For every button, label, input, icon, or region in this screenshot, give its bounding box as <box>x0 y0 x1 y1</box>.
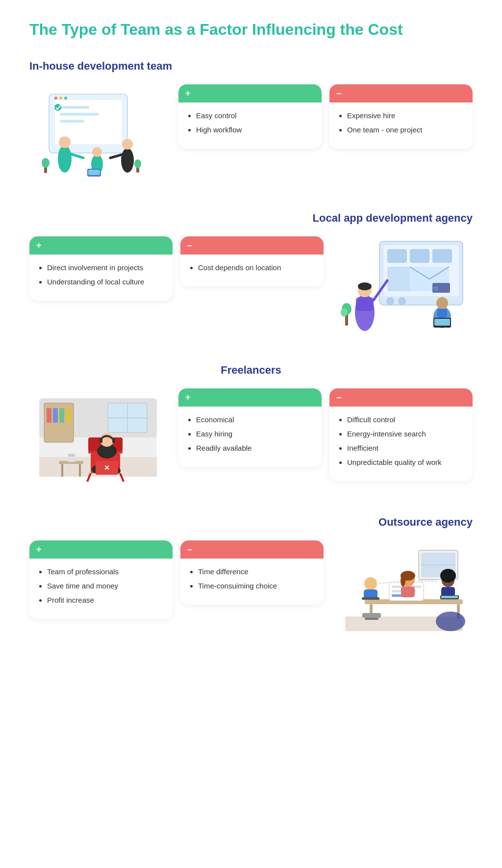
svg-rect-92 <box>362 597 379 600</box>
freelancer-pros-header: + <box>178 388 322 407</box>
freelancer-illustration: ✕ <box>29 388 167 486</box>
local-cons-item-1: Cost depends on location <box>198 262 315 273</box>
svg-point-90 <box>364 577 377 590</box>
section-title-outsource: Outsource agency <box>29 516 473 529</box>
svg-rect-106 <box>365 618 378 620</box>
svg-point-35 <box>386 297 394 305</box>
outsource-cons-header: – <box>180 540 324 559</box>
freelancer-cons-item-1: Difficult control <box>347 414 464 425</box>
local-cards: + Direct involvement in projects Underst… <box>29 236 324 301</box>
svg-rect-59 <box>66 408 71 423</box>
svg-point-6 <box>54 97 57 100</box>
local-pros-item-1: Direct involvement in projects <box>47 262 164 273</box>
outsource-cons-body: Time difference Time-consuiming choice <box>180 559 324 605</box>
outsource-pros-card: + Team of professionals Save time and mo… <box>29 540 173 619</box>
freelancer-cons-body: Difficult control Energy-intensive searc… <box>329 407 473 481</box>
freelancer-cons-item-4: Unpredictable quality of work <box>347 457 464 467</box>
svg-point-14 <box>122 139 133 150</box>
freelancer-cons-item-3: Inefficient <box>347 443 464 453</box>
outsource-pros-item-3: Profit increase <box>47 595 164 605</box>
svg-rect-68 <box>100 438 102 443</box>
outsource-cons-item-1: Time difference <box>198 566 315 577</box>
svg-rect-19 <box>93 157 101 165</box>
outsource-cons-card: – Time difference Time-consuiming choice <box>180 540 324 605</box>
svg-text:✕: ✕ <box>104 464 110 472</box>
section-local: Local app development agency + Direct in… <box>29 212 473 334</box>
svg-point-7 <box>59 97 62 100</box>
svg-point-43 <box>436 297 448 309</box>
inhouse-pros-item-2: High workflow <box>196 125 313 135</box>
freelancer-cons-item-2: Energy-intensive search <box>347 429 464 439</box>
freelancer-pros-card: + Economical Easy hiring Readily availab… <box>178 388 322 467</box>
section-title-freelancers: Freelancers <box>29 364 473 377</box>
inhouse-cons-header: – <box>329 84 473 102</box>
inhouse-row: + Easy control High workflow – Expensive… <box>29 84 473 182</box>
page-title: The Type of Team as a Factor Influencing… <box>29 20 473 40</box>
section-title-inhouse: In-house development team <box>29 60 473 73</box>
svg-rect-46 <box>434 319 450 326</box>
svg-rect-28 <box>387 249 407 263</box>
svg-point-10 <box>59 136 71 148</box>
section-title-local: Local app development agency <box>29 212 473 225</box>
outsource-pros-body: Team of professionals Save time and mone… <box>29 559 173 619</box>
freelancer-pros-item-2: Easy hiring <box>196 429 313 439</box>
outsource-row: + Team of professionals Save time and mo… <box>29 540 473 638</box>
svg-rect-76 <box>79 464 81 477</box>
svg-rect-101 <box>441 596 458 598</box>
local-pros-item-2: Understanding of local culture <box>47 277 164 287</box>
svg-line-103 <box>418 581 438 582</box>
svg-rect-29 <box>410 249 429 263</box>
outsource-cons-item-2: Time-consuiming choice <box>198 581 315 591</box>
svg-rect-69 <box>112 438 115 443</box>
local-pros-card: + Direct involvement in projects Underst… <box>29 236 173 301</box>
inhouse-pros-header: + <box>178 84 322 102</box>
svg-rect-96 <box>401 587 415 597</box>
freelancer-row: ✕ + Economical Easy hiring Readily avail… <box>29 388 473 486</box>
outsource-pros-header: + <box>29 540 173 559</box>
svg-point-18 <box>92 147 102 157</box>
svg-rect-25 <box>88 170 100 175</box>
freelancer-cons-card: – Difficult control Energy-intensive sea… <box>329 388 473 481</box>
svg-rect-44 <box>437 309 447 318</box>
outsource-pros-item-1: Team of professionals <box>47 566 164 577</box>
outsource-cards: + Team of professionals Save time and mo… <box>29 540 324 619</box>
svg-point-21 <box>42 158 50 168</box>
svg-point-78 <box>68 454 75 457</box>
svg-point-98 <box>440 569 456 583</box>
inhouse-pros-body: Easy control High workflow <box>178 102 322 149</box>
inhouse-cons-body: Expensive hire One team - one project <box>329 102 473 149</box>
svg-point-49 <box>341 308 348 317</box>
local-pros-header: + <box>29 236 173 255</box>
local-illustration: CD <box>335 236 473 334</box>
local-cons-header: – <box>180 236 324 255</box>
section-freelancers: Freelancers <box>29 364 473 486</box>
freelancer-cons-header: – <box>329 388 473 407</box>
local-cons-body: Cost depends on location <box>180 255 324 286</box>
inhouse-cons-item-2: One team - one project <box>347 125 464 135</box>
inhouse-cards: + Easy control High workflow – Expensive… <box>178 84 473 149</box>
svg-point-5 <box>54 104 61 111</box>
inhouse-pros-item-1: Easy control <box>196 110 313 121</box>
svg-rect-2 <box>60 106 89 109</box>
inhouse-cons-card: – Expensive hire One team - one project <box>329 84 473 149</box>
svg-point-23 <box>134 159 141 168</box>
freelancer-pros-body: Economical Easy hiring Readily available <box>178 407 322 467</box>
section-outsource: Outsource agency + Team of professionals… <box>29 516 473 638</box>
local-pros-body: Direct involvement in projects Understan… <box>29 255 173 301</box>
section-inhouse: In-house development team <box>29 60 473 182</box>
svg-point-104 <box>436 612 465 631</box>
svg-rect-56 <box>47 408 51 423</box>
freelancer-cards: + Economical Easy hiring Readily availab… <box>178 388 473 481</box>
svg-rect-105 <box>362 613 381 618</box>
local-cons-card: – Cost depends on location <box>180 236 324 286</box>
svg-point-39 <box>358 282 372 290</box>
local-row: + Direct involvement in projects Underst… <box>29 236 473 334</box>
svg-rect-3 <box>60 113 99 116</box>
svg-point-36 <box>398 297 406 305</box>
outsource-illustration <box>335 540 473 638</box>
freelancer-pros-item-1: Economical <box>196 414 313 425</box>
svg-rect-4 <box>60 120 84 123</box>
svg-rect-58 <box>59 408 64 423</box>
svg-rect-40 <box>356 297 374 311</box>
inhouse-illustration <box>29 84 167 182</box>
